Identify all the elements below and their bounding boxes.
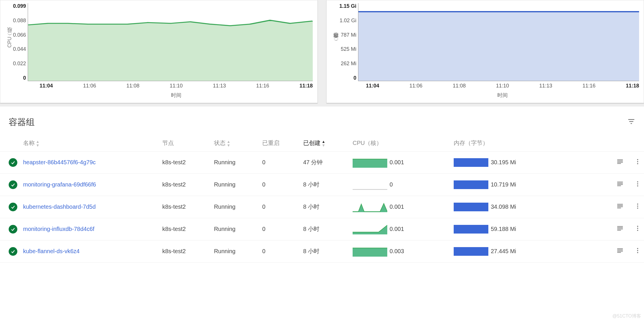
cpu-cell: 0.003 <box>350 240 451 262</box>
svg-point-22 <box>637 206 638 207</box>
svg-rect-19 <box>617 206 623 207</box>
memory-cell: 27.445 Mi <box>451 240 571 262</box>
memory-bar <box>454 247 488 256</box>
memory-chart-card: 内存（字节） 1.15 Gi 1.02 Gi 787 Mi 525 Mi 262… <box>326 0 644 103</box>
kebab-menu-icon[interactable] <box>634 203 641 211</box>
logs-icon[interactable] <box>616 202 624 211</box>
x-tick: 11:06 <box>410 83 422 89</box>
pod-link[interactable]: kube-flannel-ds-vk6z4 <box>23 248 118 255</box>
col-node[interactable]: 节点 <box>159 135 211 151</box>
svg-rect-32 <box>617 250 623 250</box>
memory-bar <box>454 158 488 167</box>
table-row: monitoring-grafana-69df66f6k8s-test2Runn… <box>0 173 644 196</box>
col-restarts[interactable]: 已重启 <box>259 135 300 151</box>
x-tick: 11:18 <box>299 83 313 89</box>
cpu-x-ticks: 11:04 11:06 11:08 11:10 11:13 11:16 11:1… <box>40 81 313 89</box>
x-tick: 11:04 <box>366 83 379 89</box>
cpu-cell: 0 <box>350 173 451 196</box>
status-ok-icon <box>9 203 17 211</box>
x-tick: 11:10 <box>170 83 183 89</box>
filter-icon[interactable] <box>627 117 635 127</box>
y-tick: 0.044 <box>13 46 26 52</box>
logs-icon[interactable] <box>616 247 624 256</box>
restarts-cell: 0 <box>259 151 300 173</box>
logs-icon[interactable] <box>616 180 624 189</box>
mem-plot <box>358 3 639 81</box>
col-cpu[interactable]: CPU（核） <box>350 135 451 151</box>
created-cell: 8 小时 <box>300 240 350 262</box>
pod-link[interactable]: heapster-86b44576f6-4g79c <box>23 159 118 166</box>
restarts-cell: 0 <box>259 196 300 218</box>
created-cell: 8 小时 <box>300 196 350 218</box>
memory-bar <box>454 203 488 211</box>
svg-point-35 <box>637 248 638 249</box>
node-cell: k8s-test2 <box>159 218 211 240</box>
kebab-menu-icon[interactable] <box>634 247 641 255</box>
svg-point-7 <box>637 159 638 160</box>
svg-point-15 <box>637 183 638 184</box>
svg-rect-12 <box>617 184 623 185</box>
y-tick: 1.15 Gi <box>339 3 356 9</box>
table-row: kube-flannel-ds-vk6z4k8s-test2Running08 … <box>0 240 644 262</box>
mem-x-ticks: 11:04 11:06 11:08 11:10 11:13 11:16 11:1… <box>366 81 639 89</box>
status-cell: Running <box>211 151 259 173</box>
svg-rect-3 <box>617 160 623 160</box>
mem-x-axis-label: 时间 <box>366 89 639 99</box>
table-row: kubernetes-dashboard-7d5dk8s-test2Runnin… <box>0 196 644 218</box>
logs-icon[interactable] <box>616 158 624 167</box>
cpu-y-ticks: 0.099 0.088 0.066 0.044 0.022 0 <box>13 3 28 81</box>
svg-rect-31 <box>617 249 623 249</box>
table-row: heapster-86b44576f6-4g79ck8s-test2Runnin… <box>0 151 644 173</box>
status-ok-icon <box>9 247 17 256</box>
status-cell: Running <box>211 196 259 218</box>
cpu-plot <box>28 3 313 81</box>
status-ok-icon <box>9 158 17 167</box>
sort-icon: ▲▼ <box>36 140 40 147</box>
status-ok-icon <box>9 225 17 234</box>
y-tick: 0 <box>339 75 356 81</box>
memory-bar <box>454 180 488 189</box>
y-tick: 0.099 <box>13 3 26 9</box>
svg-point-14 <box>637 181 638 182</box>
svg-point-9 <box>637 163 638 164</box>
svg-rect-34 <box>617 252 621 253</box>
x-tick: 11:06 <box>83 83 96 89</box>
cpu-cell: 0.001 <box>350 151 451 173</box>
sort-icon: ▲▼ <box>322 140 325 147</box>
mem-y-ticks: 1.15 Gi 1.02 Gi 787 Mi 525 Mi 262 Mi 0 <box>339 3 358 81</box>
x-tick: 11:16 <box>582 83 595 89</box>
col-created[interactable]: 已创建▲▼ <box>300 135 350 151</box>
pod-link[interactable]: monitoring-influxdb-78d4c6f <box>23 226 118 232</box>
memory-cell: 34.098 Mi <box>451 196 571 218</box>
x-tick: 11:13 <box>539 83 552 89</box>
svg-point-8 <box>637 161 638 162</box>
y-tick: 262 Mi <box>339 61 356 67</box>
logs-icon[interactable] <box>616 225 624 234</box>
node-cell: k8s-test2 <box>159 240 211 262</box>
y-tick: 1.02 Gi <box>339 18 356 24</box>
restarts-cell: 0 <box>259 240 300 262</box>
kebab-menu-icon[interactable] <box>634 180 641 189</box>
created-cell: 8 小时 <box>300 218 350 240</box>
svg-rect-6 <box>617 163 621 164</box>
svg-point-16 <box>637 185 638 186</box>
svg-point-30 <box>637 230 638 231</box>
kebab-menu-icon[interactable] <box>634 158 641 167</box>
cpu-cell: 0.001 <box>350 196 451 218</box>
svg-point-23 <box>637 208 638 209</box>
svg-rect-13 <box>617 186 621 186</box>
kebab-menu-icon[interactable] <box>634 225 641 233</box>
col-memory[interactable]: 内存（字节） <box>451 135 571 151</box>
y-tick: 0 <box>13 75 26 81</box>
cpu-x-axis-label: 时间 <box>40 89 313 99</box>
svg-point-36 <box>637 250 638 251</box>
col-status[interactable]: 状态▲▼ <box>211 135 259 151</box>
cpu-chart-card: CPU（核） 0.099 0.088 0.066 0.044 0.022 0 1… <box>0 0 318 103</box>
pod-link[interactable]: monitoring-grafana-69df66f6 <box>23 181 118 188</box>
col-name[interactable]: 名称▲▼ <box>20 135 159 151</box>
cpu-y-axis-label: CPU（核） <box>5 3 13 81</box>
pod-link[interactable]: kubernetes-dashboard-7d5d <box>23 204 118 210</box>
status-cell: Running <box>211 173 259 196</box>
y-tick: 787 Mi <box>339 32 356 38</box>
x-tick: 11:13 <box>213 83 226 89</box>
